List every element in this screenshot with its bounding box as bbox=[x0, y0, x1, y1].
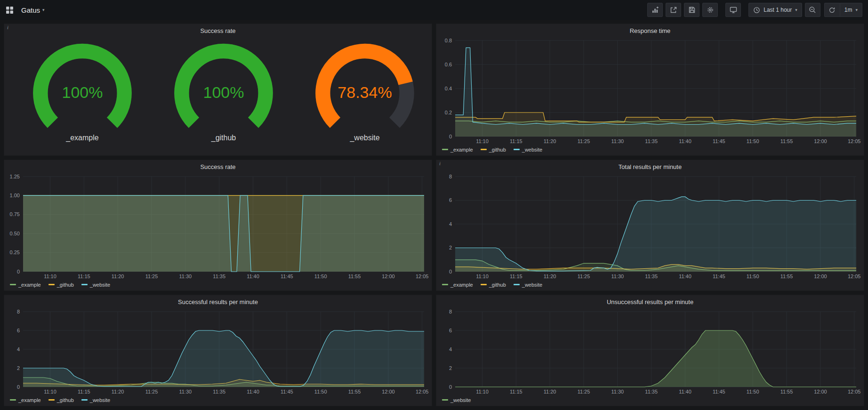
success-rate-chart[interactable]: 00.250.500.751.001.2511:1011:1511:2011:2… bbox=[4, 172, 432, 281]
legend-item[interactable]: _website bbox=[442, 397, 471, 403]
legend-swatch bbox=[81, 399, 88, 401]
save-button[interactable] bbox=[684, 3, 699, 17]
chart-canvas: 00.250.500.751.001.2511:1011:1511:2011:2… bbox=[4, 172, 432, 281]
legend-series-name: _website bbox=[90, 282, 110, 288]
svg-text:11:15: 11:15 bbox=[78, 389, 90, 394]
legend-swatch bbox=[48, 399, 55, 401]
legend-item[interactable]: _example bbox=[10, 282, 41, 288]
svg-text:4: 4 bbox=[449, 221, 452, 227]
panel-title[interactable]: Successful results per minute bbox=[4, 295, 432, 307]
legend-series-name: _example bbox=[450, 282, 473, 288]
gauges-row: 100% _example 100% _github 78.34% _websi… bbox=[4, 36, 432, 155]
svg-text:0: 0 bbox=[17, 269, 20, 274]
svg-text:11:55: 11:55 bbox=[780, 138, 793, 144]
legend-swatch bbox=[442, 399, 448, 401]
refresh-picker: 1m ▾ bbox=[824, 3, 862, 17]
svg-text:11:35: 11:35 bbox=[213, 389, 225, 394]
tv-mode-button[interactable] bbox=[725, 3, 741, 17]
gauge-label: _example bbox=[66, 134, 98, 142]
svg-text:11:10: 11:10 bbox=[44, 389, 56, 394]
time-range-label: Last 1 hour bbox=[764, 7, 792, 13]
chevron-down-icon: ▾ bbox=[855, 8, 858, 12]
legend-item[interactable]: _github bbox=[48, 282, 74, 288]
svg-text:0.25: 0.25 bbox=[10, 249, 20, 255]
panel-title[interactable]: Success rate bbox=[4, 160, 432, 172]
time-range-picker[interactable]: Last 1 hour ▾ bbox=[748, 3, 802, 17]
legend-item[interactable]: _github bbox=[48, 397, 74, 403]
legend-series-name: _website bbox=[522, 147, 542, 153]
total-results-chart[interactable]: 0246811:1011:1511:2011:2511:3011:3511:40… bbox=[436, 172, 864, 281]
svg-text:12:00: 12:00 bbox=[814, 138, 827, 144]
gauge-value: 78.34% bbox=[294, 83, 432, 102]
legend-series-name: _website bbox=[522, 282, 542, 288]
legend-series-name: _github bbox=[57, 397, 74, 403]
panel-title[interactable]: Unsuccessful results per minute bbox=[436, 295, 864, 307]
svg-text:11:40: 11:40 bbox=[679, 138, 691, 144]
gauge-label: _website bbox=[350, 134, 379, 142]
legend-item[interactable]: _example bbox=[442, 282, 473, 288]
successful-results-chart[interactable]: 0246811:1011:1511:2011:2511:3011:3511:40… bbox=[4, 307, 432, 396]
svg-text:6: 6 bbox=[449, 328, 452, 333]
svg-text:11:30: 11:30 bbox=[179, 273, 192, 279]
svg-text:8: 8 bbox=[449, 174, 452, 179]
svg-text:11:50: 11:50 bbox=[747, 389, 759, 394]
refresh-button[interactable] bbox=[824, 3, 840, 17]
panel-unsuccessful-results: Unsuccessful results per minute 0246811:… bbox=[436, 295, 864, 406]
refresh-icon bbox=[828, 7, 836, 14]
refresh-interval-dropdown[interactable]: 1m ▾ bbox=[840, 3, 862, 17]
share-button[interactable] bbox=[666, 3, 681, 17]
panel-title[interactable]: Total results per minute bbox=[436, 160, 864, 172]
settings-button[interactable] bbox=[702, 3, 718, 17]
svg-text:12:05: 12:05 bbox=[848, 273, 861, 279]
panel-title[interactable]: Response time bbox=[436, 24, 864, 36]
svg-text:11:50: 11:50 bbox=[314, 273, 327, 279]
gauge-arc: 78.34% bbox=[294, 39, 432, 133]
svg-text:11:35: 11:35 bbox=[645, 138, 658, 144]
response-time-chart[interactable]: 00.20.40.60.811:1011:1511:2011:2511:3011… bbox=[436, 36, 864, 146]
svg-text:4: 4 bbox=[17, 346, 20, 352]
svg-text:11:55: 11:55 bbox=[348, 273, 361, 279]
svg-text:11:10: 11:10 bbox=[476, 389, 489, 394]
svg-text:0.8: 0.8 bbox=[445, 38, 452, 43]
dashboard-grid-icon[interactable] bbox=[6, 6, 14, 14]
zoom-out-icon bbox=[809, 6, 816, 14]
svg-text:11:25: 11:25 bbox=[578, 273, 590, 279]
legend-item[interactable]: _website bbox=[81, 282, 110, 288]
svg-text:11:45: 11:45 bbox=[281, 273, 293, 279]
dashboard-title-dropdown[interactable]: Gatus ▾ bbox=[18, 4, 48, 16]
svg-text:11:20: 11:20 bbox=[112, 273, 124, 279]
svg-text:12:00: 12:00 bbox=[814, 389, 827, 394]
legend-item[interactable]: _website bbox=[514, 282, 542, 288]
svg-text:11:20: 11:20 bbox=[544, 389, 556, 394]
add-panel-button[interactable] bbox=[647, 3, 663, 17]
svg-text:0: 0 bbox=[449, 134, 452, 139]
chevron-down-icon: ▾ bbox=[42, 8, 45, 12]
info-icon[interactable]: i bbox=[7, 24, 8, 30]
svg-text:11:30: 11:30 bbox=[611, 138, 624, 144]
zoom-out-button[interactable] bbox=[805, 3, 820, 17]
info-icon[interactable]: i bbox=[439, 161, 441, 166]
legend-item[interactable]: _github bbox=[481, 147, 506, 153]
panel-title[interactable]: Success rate bbox=[4, 24, 432, 36]
refresh-interval-label: 1m bbox=[844, 7, 852, 13]
legend-series-name: _website bbox=[450, 397, 471, 403]
svg-text:11:15: 11:15 bbox=[510, 273, 522, 279]
chart-canvas: 00.20.40.60.811:1011:1511:2011:2511:3011… bbox=[436, 36, 864, 146]
svg-text:2: 2 bbox=[17, 365, 20, 371]
legend-swatch bbox=[514, 149, 520, 150]
legend-item[interactable]: _website bbox=[81, 397, 110, 403]
legend-item[interactable]: _website bbox=[514, 147, 542, 153]
svg-text:11:10: 11:10 bbox=[476, 273, 489, 279]
legend-series-name: _github bbox=[489, 147, 506, 153]
legend-item[interactable]: _github bbox=[481, 282, 506, 288]
legend-item[interactable]: _example bbox=[442, 147, 473, 153]
svg-text:1.00: 1.00 bbox=[10, 193, 20, 198]
svg-text:11:30: 11:30 bbox=[179, 389, 192, 394]
legend-swatch bbox=[442, 284, 448, 285]
svg-text:11:35: 11:35 bbox=[213, 273, 225, 279]
legend: _example_github_website bbox=[4, 396, 432, 406]
unsuccessful-results-chart[interactable]: 0246811:1011:1511:2011:2511:3011:3511:40… bbox=[436, 307, 864, 396]
svg-text:11:20: 11:20 bbox=[544, 273, 556, 279]
legend-item[interactable]: _example bbox=[10, 397, 41, 403]
svg-text:11:20: 11:20 bbox=[544, 138, 556, 144]
